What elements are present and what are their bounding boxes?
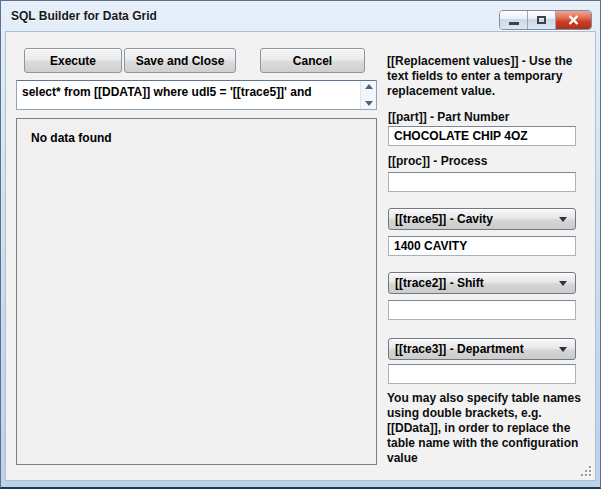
process-label: [[proc]] - Process [388,154,487,168]
minimize-button[interactable] [500,11,528,29]
trace3-department-input[interactable] [388,364,576,384]
trace5-cavity-input[interactable] [388,236,576,256]
trace3-department-dropdown[interactable]: [[trace3]] - Department [388,338,576,360]
sql-query-text[interactable]: select* from [[DDATA]] where udl5 = '[[t… [17,81,360,109]
sql-query-editor[interactable]: select* from [[DDATA]] where udl5 = '[[t… [16,80,377,110]
close-button[interactable] [556,11,591,29]
part-number-input[interactable] [388,126,576,146]
sql-builder-dialog: SQL Builder for Data Grid Execute Save a… [0,0,601,489]
close-icon [568,15,579,25]
chevron-down-icon [559,347,567,352]
cancel-button[interactable]: Cancel [260,48,365,73]
table-name-hint: You may also specify table names using d… [387,391,587,466]
save-and-close-button[interactable]: Save and Close [124,48,236,73]
trace2-shift-dropdown[interactable]: [[trace2]] - Shift [388,272,576,294]
no-data-message: No data found [31,131,112,145]
maximize-icon [537,16,546,24]
chevron-down-icon [559,217,567,222]
trace2-shift-dropdown-label: [[trace2]] - Shift [395,276,484,290]
arrow-down-icon[interactable] [365,101,373,106]
trace2-shift-input[interactable] [388,300,576,320]
part-number-label: [[part]] - Part Number [388,110,509,124]
arrow-up-icon[interactable] [365,84,373,89]
execute-button[interactable]: Execute [24,48,122,73]
resize-grip-icon[interactable] [579,464,592,477]
trace3-department-dropdown-label: [[trace3]] - Department [395,342,524,356]
chevron-down-icon [559,281,567,286]
minimize-icon [509,22,519,25]
window-title: SQL Builder for Data Grid [11,9,157,23]
titlebar[interactable]: SQL Builder for Data Grid [1,1,600,31]
trace5-cavity-dropdown-label: [[trace5]] - Cavity [395,212,493,226]
trace5-cavity-dropdown[interactable]: [[trace5]] - Cavity [388,208,576,230]
results-panel: No data found [16,118,377,465]
dialog-client-area: Execute Save and Close Cancel select* fr… [5,31,596,481]
replacement-values-intro: [[Replacement values]] - Use the text fi… [387,54,587,99]
sql-editor-scrollbar[interactable] [360,81,376,109]
process-input[interactable] [388,172,576,192]
maximize-button[interactable] [528,11,556,29]
caption-buttons [499,10,592,30]
